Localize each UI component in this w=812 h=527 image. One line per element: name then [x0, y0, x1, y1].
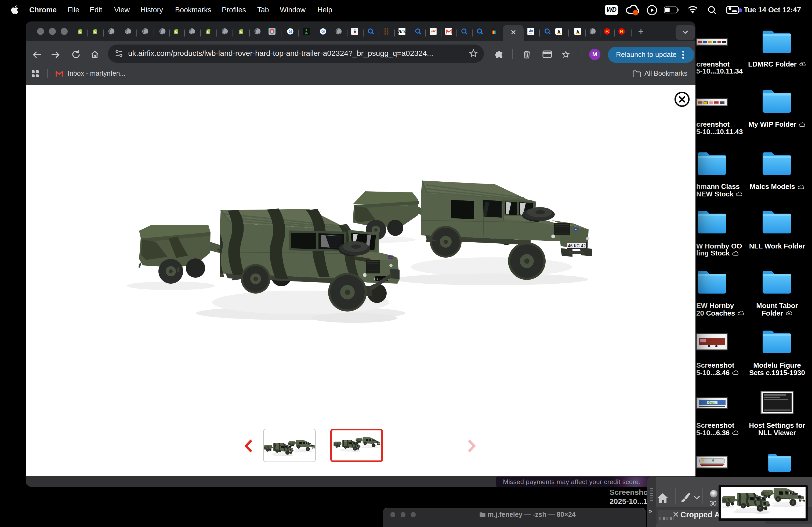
svg-text:B: B [620, 29, 624, 34]
svg-text:Al's: Al's [398, 29, 405, 33]
svg-text:a: a [557, 28, 560, 33]
svg-text:a: a [576, 28, 579, 33]
svg-text:G: G [321, 29, 325, 34]
svg-text:S: S [240, 30, 242, 33]
svg-text:B: B [605, 29, 609, 34]
svg-text:S: S [78, 30, 81, 33]
svg-text:G: G [288, 29, 292, 34]
svg-text:S: S [175, 30, 177, 33]
svg-text:S: S [207, 30, 209, 33]
svg-text:S: S [94, 30, 96, 33]
